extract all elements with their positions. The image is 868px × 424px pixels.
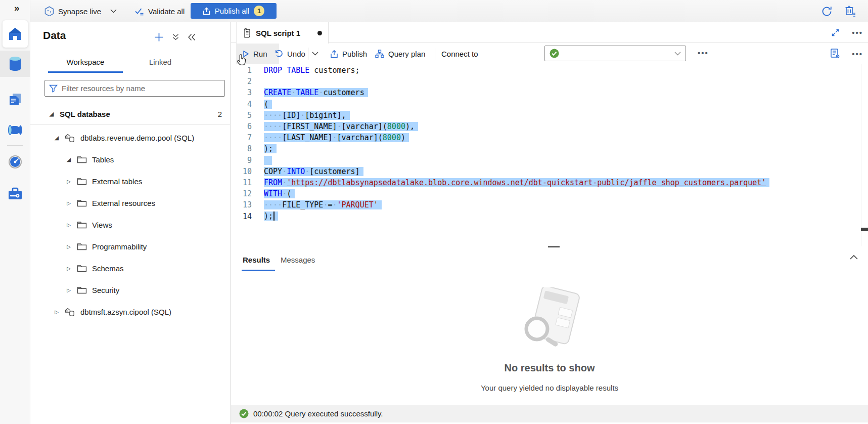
sql-pool-icon: [65, 307, 75, 317]
undo-icon: [275, 50, 283, 58]
editor-toolbar: Run Undo Publish: [231, 43, 868, 64]
collapse-panel-icon[interactable]: [188, 33, 196, 41]
document-tabstrip: SQL script 1 •••: [231, 22, 868, 43]
toolbar-more-actions-icon[interactable]: •••: [852, 50, 863, 58]
tab-results[interactable]: Results: [243, 256, 270, 264]
expand-nav-icon[interactable]: »: [14, 3, 20, 14]
sidebar-item-home[interactable]: [3, 20, 28, 48]
chevron-expanded-icon[interactable]: ◢: [49, 111, 55, 117]
sidebar-item-data[interactable]: [0, 51, 30, 77]
text-cursor: [273, 211, 275, 221]
tree-item-security[interactable]: ▷ Security: [30, 279, 230, 301]
chevron-collapsed-icon[interactable]: ▷: [66, 200, 72, 206]
chevron-collapsed-icon[interactable]: ▷: [66, 287, 72, 293]
sidebar-item-develop[interactable]: [0, 86, 30, 112]
refresh-icon[interactable]: [821, 6, 833, 17]
no-results-illustration-icon: [509, 287, 590, 358]
code-line-13[interactable]: ····FILE_TYPE·=·'PARQUET': [264, 199, 769, 210]
tree-item-tables[interactable]: ◢ Tables: [30, 149, 230, 171]
cursor-position-marker: [861, 228, 868, 231]
undo-button[interactable]: Undo: [275, 43, 305, 64]
add-resource-icon[interactable]: [154, 32, 164, 42]
results-empty-state: No results to show Your query yielded no…: [231, 276, 868, 405]
pool-select-dropdown[interactable]: [544, 46, 686, 61]
publish-all-button[interactable]: Publish all 1: [191, 3, 277, 19]
run-button[interactable]: Run: [236, 43, 279, 64]
tab-linked[interactable]: Linked: [123, 51, 198, 73]
validate-all-label: Validate all: [148, 7, 185, 16]
mode-label: Synapse live: [58, 7, 101, 16]
database-tree: ◢ SQL database 2 ◢ dbtlabs.revenue.demo.…: [30, 103, 230, 323]
tree-item-schemas[interactable]: ▷ Schemas: [30, 258, 230, 279]
results-tabbar: Results Messages: [231, 247, 868, 276]
chevron-collapsed-icon[interactable]: ▷: [66, 179, 72, 184]
tree-divider: [30, 124, 230, 125]
chevron-collapsed-icon[interactable]: ▷: [54, 309, 60, 315]
tree-item-external-tables[interactable]: ▷ External tables: [30, 171, 230, 192]
tab-sql-script-1[interactable]: SQL script 1: [236, 22, 329, 44]
sql-code-editor[interactable]: 1234567891011121314 DROP TABLE customers…: [231, 64, 868, 246]
connect-more-actions-icon[interactable]: •••: [698, 49, 709, 57]
tree-item-pool-dbtlabs[interactable]: ◢ dbtlabs.revenue.demo.pool (SQL): [30, 127, 230, 149]
mode-selector[interactable]: Synapse live: [44, 0, 101, 22]
empty-subtitle: Your query yielded no displayable result…: [231, 384, 868, 392]
folder-icon: [77, 286, 87, 294]
chevron-expanded-icon[interactable]: ◢: [66, 156, 72, 163]
tree-item-sql-database[interactable]: ◢ SQL database 2: [30, 103, 230, 124]
publish-count-badge: 1: [254, 6, 264, 16]
tree-item-programmability[interactable]: ▷ Programmability: [30, 236, 230, 258]
editor-area: SQL script 1 ••• Run Undo: [231, 22, 868, 424]
status-message: 00:00:02 Query executed successfully.: [253, 409, 383, 418]
tree-item-external-resources[interactable]: ▷ External resources: [30, 192, 230, 214]
code-line-10[interactable]: COPY·INTO·[customers]: [264, 166, 769, 177]
discard-trash-icon[interactable]: [845, 5, 856, 17]
filter-resources-input[interactable]: [62, 84, 220, 93]
chevron-collapsed-icon[interactable]: ▷: [66, 222, 72, 228]
mode-chevron[interactable]: [110, 0, 117, 22]
folder-icon: [77, 243, 87, 250]
code-line-14[interactable]: );: [264, 210, 769, 222]
code-line-4[interactable]: (: [264, 99, 769, 110]
expand-editor-icon[interactable]: [831, 28, 840, 37]
filter-box: [44, 80, 225, 97]
tab-title: SQL script 1: [256, 29, 300, 37]
undo-redo-chevron[interactable]: [312, 43, 318, 64]
code-line-8[interactable]: );: [264, 143, 769, 154]
code-line-1[interactable]: DROP TABLE customers;: [264, 65, 769, 76]
chevron-collapsed-icon[interactable]: ▷: [66, 244, 72, 249]
folder-icon: [77, 199, 87, 207]
sidebar-item-monitor[interactable]: [0, 149, 30, 175]
sidebar-item-manage[interactable]: [0, 180, 30, 206]
code-line-6[interactable]: ····[FIRST_NAME]·[varchar](8000),: [264, 121, 769, 132]
editor-code[interactable]: DROP TABLE customers;CREATE·TABLE·custom…: [264, 65, 769, 222]
toolbar-separator: [308, 48, 308, 60]
code-line-3[interactable]: CREATE·TABLE·customers: [264, 87, 769, 98]
publish-button[interactable]: Publish: [330, 43, 367, 64]
tab-more-actions-icon[interactable]: •••: [852, 28, 863, 37]
query-plan-button[interactable]: Query plan: [375, 43, 425, 64]
code-line-2[interactable]: [264, 76, 769, 87]
tab-messages[interactable]: Messages: [281, 256, 315, 264]
integrate-icon: [8, 124, 23, 136]
sidebar-item-integrate[interactable]: [0, 117, 30, 143]
tree-item-views[interactable]: ▷ Views: [30, 214, 230, 236]
chevron-expanded-icon[interactable]: ◢: [54, 135, 60, 141]
query-status-bar: 00:00:02 Query executed successfully.: [231, 405, 868, 422]
code-line-7[interactable]: ····[LAST_NAME]·[varchar](8000): [264, 132, 769, 143]
validate-all-button[interactable]: Validate all: [134, 0, 185, 22]
code-line-12[interactable]: WITH·(: [264, 188, 769, 199]
tree-item-pool-dbtmsft[interactable]: ▷ dbtmsft.azsyn.cipool (SQL): [30, 301, 230, 323]
publish-upload-icon: [330, 50, 338, 58]
double-chevron-down-icon[interactable]: [172, 33, 179, 41]
chevron-collapsed-icon[interactable]: ▷: [66, 266, 72, 271]
unsaved-dot-icon: [317, 31, 322, 35]
code-line-11[interactable]: FROM·'https://dbtlabsynapsedatalake.blob…: [264, 177, 769, 188]
editor-scrollbar[interactable]: [861, 64, 868, 246]
collapse-results-chevron-icon[interactable]: [850, 255, 858, 260]
code-line-9[interactable]: [264, 155, 769, 166]
code-line-5[interactable]: ····[ID]·[bigint],: [264, 110, 769, 121]
tab-workspace[interactable]: Workspace: [48, 51, 123, 73]
sql-script-icon: [243, 28, 251, 38]
properties-icon[interactable]: [830, 48, 841, 59]
develop-icon: [8, 92, 22, 106]
